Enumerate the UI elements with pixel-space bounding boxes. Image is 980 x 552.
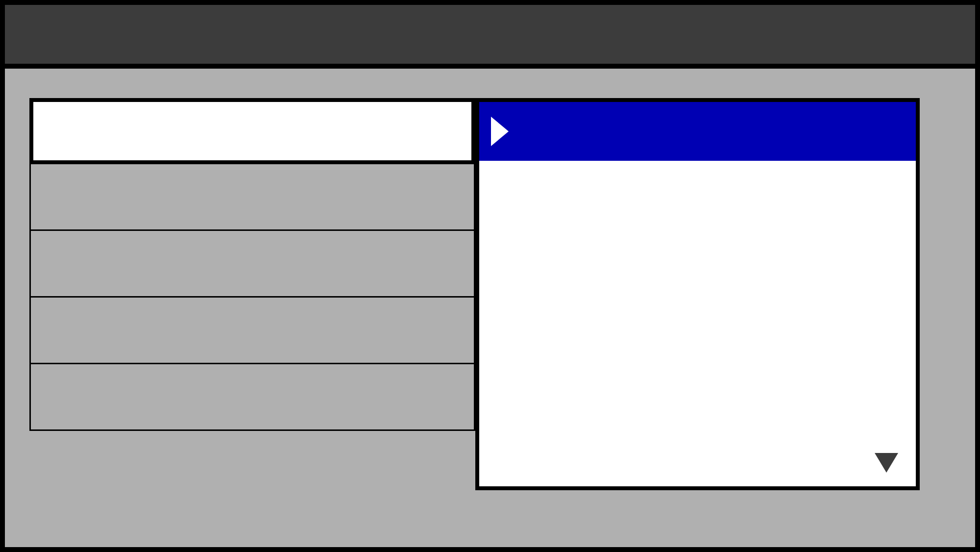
titlebar xyxy=(5,5,975,69)
menu-item-4[interactable] xyxy=(29,363,475,431)
menu-item-3[interactable] xyxy=(29,296,475,364)
submenu-panel xyxy=(475,98,920,490)
menu-item-0[interactable] xyxy=(29,98,475,164)
submenu-item-selected[interactable] xyxy=(479,102,916,161)
menu-list xyxy=(29,98,475,429)
menu-item-2[interactable] xyxy=(29,229,475,298)
scroll-down-icon[interactable] xyxy=(875,453,898,473)
menu-item-1[interactable] xyxy=(29,163,475,231)
play-arrow-icon xyxy=(491,117,509,146)
content-area xyxy=(29,98,946,527)
application-window xyxy=(0,0,980,552)
